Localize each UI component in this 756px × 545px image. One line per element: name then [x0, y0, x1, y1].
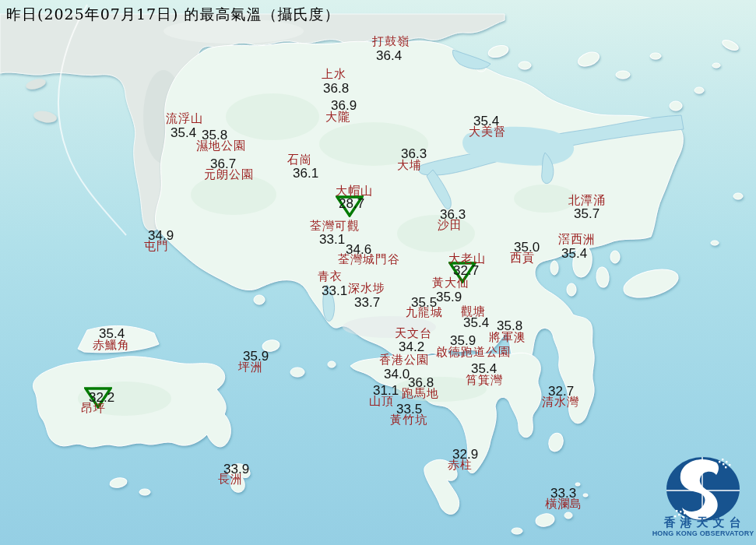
station-temperature-value: 35.9: [436, 291, 462, 304]
station-temperature-value: 33.3: [550, 487, 576, 500]
station-temperature-value: 35.4: [171, 127, 196, 139]
station-temperature-value: 35.5: [411, 297, 437, 309]
hko-logo-english-name: HONG KONG OBSERVATORY: [651, 529, 755, 537]
station-name-label: 啟德跑道公園: [436, 346, 511, 358]
station-name-label: 滘西洲: [558, 234, 596, 245]
station-temperature-value: 36.3: [440, 209, 466, 221]
station-temperature-value: 34.6: [346, 244, 371, 256]
station-temperature-value: 35.8: [497, 320, 522, 332]
station-temperature-value: 36.7: [210, 158, 236, 171]
station-name-label: 黃大仙: [432, 277, 469, 289]
hko-logo-chinese-name: 香港天文台: [662, 515, 747, 530]
station-temperature-value: 35.4: [99, 328, 125, 340]
station-name-label: 深水埗: [348, 283, 385, 294]
station-name-label: 大隴: [325, 111, 350, 123]
station-name-label: 天文台: [395, 328, 432, 339]
station-temperature-value: 33.1: [319, 234, 345, 246]
station-name-label: 赤鱲角: [93, 339, 130, 351]
station-name-label: 將軍澳: [489, 332, 526, 343]
station-name-label: 筲箕灣: [466, 374, 503, 386]
station-temperature-value: 28.7: [339, 198, 364, 210]
station-temperature-value: 32.9: [452, 448, 478, 461]
station-temperature-value: 35.9: [243, 350, 269, 363]
station-temperature-value: 36.9: [331, 100, 357, 112]
station-temperature-value: 36.1: [293, 167, 318, 180]
station-temperature-value: 34.9: [148, 230, 174, 242]
hko-logo: 香港天文台 HONG KONG OBSERVATORY: [651, 444, 755, 543]
station-name-label: 青衣: [318, 271, 343, 283]
station-temperature-value: 35.4: [471, 363, 497, 375]
station-temperature-value: 35.7: [574, 208, 600, 220]
station-temperature-value: 33.7: [354, 297, 380, 309]
station-name-label: 荃灣可觀: [310, 220, 360, 232]
station-name-label: 香港公園: [379, 354, 429, 366]
station-temperature-value: 35.9: [450, 335, 476, 347]
station-name-label: 北潭涌: [568, 195, 606, 206]
station-name-label: 大帽山: [336, 185, 373, 197]
station-temperature-value: 33.5: [396, 403, 422, 416]
page-title: 昨日(2025年07月17日) 的最高氣溫（攝氏度）: [6, 5, 340, 25]
station-name-label: 上水: [322, 69, 346, 80]
station-temperature-value: 35.4: [561, 248, 587, 260]
station-temperature-value: 32.7: [548, 385, 574, 398]
station-temperature-value: 32.2: [89, 392, 114, 404]
station-temperature-value: 34.2: [399, 341, 424, 353]
station-temperature-value: 36.3: [401, 148, 427, 160]
station-temperature-value: 31.1: [373, 385, 399, 397]
station-name-label: 大埔: [397, 160, 422, 171]
station-temperature-value: 36.8: [323, 83, 349, 95]
station-temperature-value: 35.4: [473, 115, 499, 128]
station-temperature-value: 35.8: [202, 129, 227, 142]
station-name-label: 流浮山: [166, 113, 203, 125]
station-name-label: 石崗: [287, 154, 312, 166]
station-temperature-value: 35.0: [514, 241, 540, 254]
station-temperature-value: 35.4: [463, 317, 489, 329]
stations-layer: 打鼓嶺 36.4 上水 36.8 大隴 36.9 流浮山 35.4 濕地公園 3…: [0, 0, 756, 545]
station-temperature-value: 34.0: [384, 368, 410, 381]
weather-map-screen: 昨日(2025年07月17日) 的最高氣溫（攝氏度） 打鼓嶺 36.4 上水 3…: [0, 0, 756, 545]
station-temperature-value: 36.8: [408, 377, 434, 389]
station-name-label: 打鼓嶺: [372, 36, 410, 47]
station-temperature-value: 36.4: [376, 50, 402, 62]
station-temperature-value: 33.1: [322, 285, 347, 297]
station-temperature-value: 33.9: [223, 463, 249, 476]
